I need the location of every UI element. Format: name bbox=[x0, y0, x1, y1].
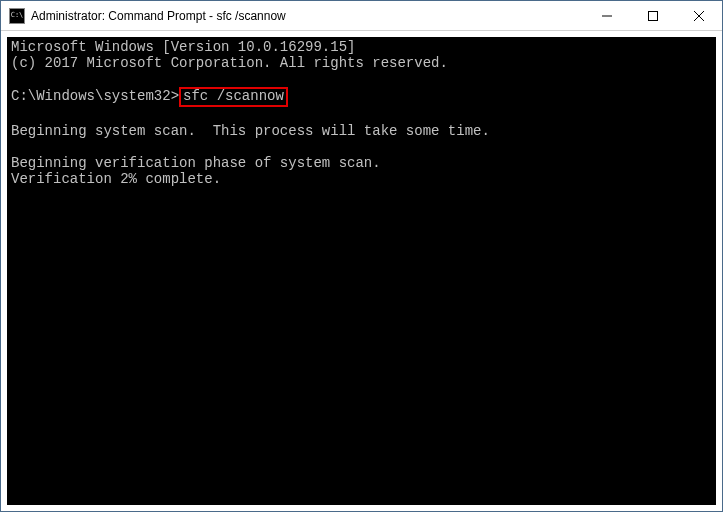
window-controls bbox=[584, 1, 722, 30]
window-title: Administrator: Command Prompt - sfc /sca… bbox=[31, 9, 584, 23]
svg-rect-1 bbox=[649, 11, 658, 20]
terminal-output[interactable]: Microsoft Windows [Version 10.0.16299.15… bbox=[7, 37, 716, 505]
close-button[interactable] bbox=[676, 1, 722, 30]
maximize-icon bbox=[648, 11, 658, 21]
titlebar: C:\ Administrator: Command Prompt - sfc … bbox=[1, 1, 722, 31]
prompt-path: C:\Windows\system32> bbox=[11, 88, 179, 104]
verify-progress-line: Verification 2% complete. bbox=[11, 171, 221, 187]
minimize-button[interactable] bbox=[584, 1, 630, 30]
minimize-icon bbox=[602, 11, 612, 21]
close-icon bbox=[694, 11, 704, 21]
maximize-button[interactable] bbox=[630, 1, 676, 30]
app-icon: C:\ bbox=[9, 8, 25, 24]
scan-begin-line: Beginning system scan. This process will… bbox=[11, 123, 490, 139]
command-highlight: sfc /scannow bbox=[179, 87, 288, 106]
app-icon-label: C:\ bbox=[11, 12, 24, 19]
command-prompt-window: C:\ Administrator: Command Prompt - sfc … bbox=[0, 0, 723, 512]
verify-phase-line: Beginning verification phase of system s… bbox=[11, 155, 381, 171]
copyright-line: (c) 2017 Microsoft Corporation. All righ… bbox=[11, 55, 448, 71]
version-line: Microsoft Windows [Version 10.0.16299.15… bbox=[11, 39, 355, 55]
